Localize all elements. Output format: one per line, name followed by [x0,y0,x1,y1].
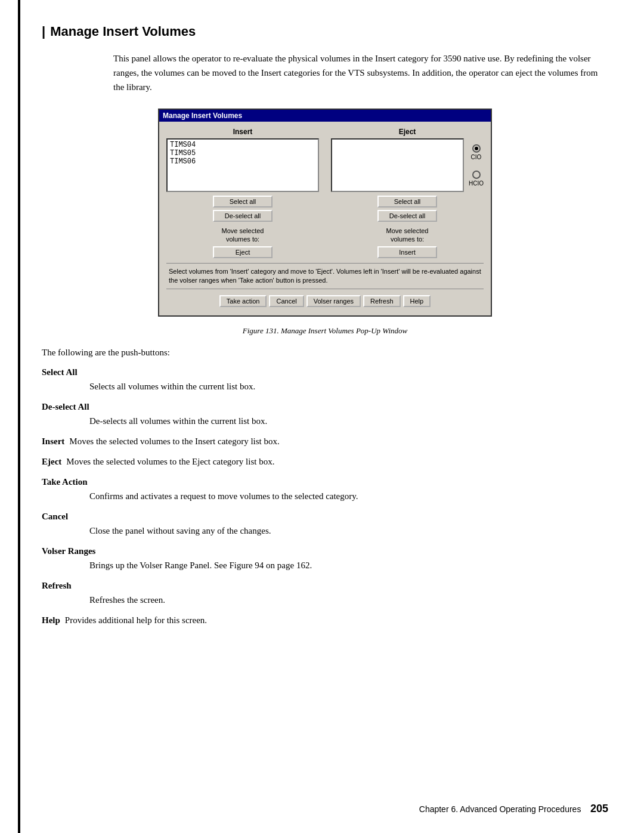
cancel-button[interactable]: Cancel [269,295,304,307]
desc-term-help: Help [42,613,60,627]
desc-intro: The following are the push-buttons: [42,348,608,358]
eject-select-all-button[interactable]: Select all [377,196,437,208]
desc-deselect-all: De-select All De-selects all volumes wit… [42,400,608,428]
refresh-button[interactable]: Refresh [363,295,401,307]
desc-body-eject: Moves the selected volumes to the Eject … [66,454,274,469]
dialog-info-text: Select volumes from 'Insert' category an… [166,263,484,290]
main-content: Manage Insert Volumes This panel allows … [36,0,644,833]
dialog-wrapper: Manage Insert Volumes Insert TIMS04 TIMS… [158,109,492,317]
insert-column: Insert TIMS04 TIMS05 TIMS06 Select all D… [166,128,319,258]
desc-select-all: Select All Selects all volumes within th… [42,365,608,394]
eject-move-label: Move selectedvolumes to: [386,227,429,244]
cio-radio-item[interactable]: CIO [469,144,484,160]
desc-term-volser-ranges: Volser Ranges [42,546,95,556]
eject-header: Eject [331,128,484,136]
figure-caption: Figure 131. Manage Insert Volumes Pop-Up… [42,326,608,336]
dialog-footer: Take action Cancel Volser ranges Refresh… [166,293,484,309]
desc-term-cancel: Cancel [42,512,68,521]
eject-move-button[interactable]: Eject [213,246,273,258]
desc-body-deselect-all: De-selects all volumes within the curren… [89,414,608,428]
eject-listbox-area [331,138,464,192]
desc-term-select-all: Select All [42,367,78,377]
desc-body-help: Provides additional help for this screen… [65,613,207,627]
hcio-label: HCIO [469,180,484,187]
change-bar-full [18,0,20,833]
volser-ranges-button[interactable]: Volser ranges [306,295,361,307]
section-title: Manage Insert Volumes [42,24,608,39]
desc-body-volser-ranges: Brings up the Volser Range Panel. See Fi… [89,558,608,572]
insert-listbox[interactable]: TIMS04 TIMS05 TIMS06 [166,138,319,192]
list-item[interactable]: TIMS04 [169,141,317,149]
desc-body-refresh: Refreshes the screen. [89,593,608,607]
hcio-radio-item[interactable]: HCIO [469,171,484,187]
insert-select-all-button[interactable]: Select all [213,196,273,208]
cio-label: CIO [471,154,482,160]
page-footer: Chapter 6. Advanced Operating Procedures… [419,803,608,815]
manage-insert-dialog: Manage Insert Volumes Insert TIMS04 TIMS… [158,109,492,317]
desc-volser-ranges: Volser Ranges Brings up the Volser Range… [42,544,608,572]
insert-deselect-all-button[interactable]: De-select all [213,210,273,222]
insert-move-button[interactable]: Insert [377,246,437,258]
desc-refresh: Refresh Refreshes the screen. [42,578,608,607]
take-action-button[interactable]: Take action [219,295,267,307]
desc-term-eject: Eject [42,454,61,469]
desc-cancel: Cancel Close the panel without saving an… [42,509,608,538]
desc-insert: Insert Moves the selected volumes to the… [42,434,608,448]
insert-move-label: Move selectedvolumes to: [222,227,264,244]
left-bar [0,0,36,833]
list-item[interactable]: TIMS06 [169,157,317,166]
dialog-titlebar: Manage Insert Volumes [159,110,491,122]
eject-column: Eject CIO [331,128,484,258]
desc-eject: Eject Moves the selected volumes to the … [42,454,608,469]
radio-area: CIO HCIO [469,138,484,192]
eject-listbox[interactable] [331,138,464,192]
page-container: Manage Insert Volumes This panel allows … [0,0,644,833]
desc-take-action: Take Action Confirms and activates a req… [42,475,608,503]
insert-col-buttons: Select all De-select all Move selectedvo… [166,196,319,258]
desc-term-take-action: Take Action [42,477,88,487]
desc-term-deselect-all: De-select All [42,402,89,411]
desc-body-take-action: Confirms and activates a request to move… [89,489,608,503]
desc-help: Help Provides additional help for this s… [42,613,608,627]
list-item[interactable]: TIMS05 [169,149,317,157]
hcio-radio-button[interactable] [472,171,481,179]
cio-radio-button[interactable] [472,144,481,153]
desc-body-cancel: Close the panel without saving any of th… [89,524,608,538]
insert-header: Insert [166,128,319,136]
eject-col-inner: CIO HCIO [331,138,484,192]
page-number: 205 [590,803,608,815]
eject-col-buttons: Select all De-select all Move selectedvo… [331,196,484,258]
desc-term-insert: Insert [42,434,64,448]
desc-term-refresh: Refresh [42,581,72,590]
help-button[interactable]: Help [403,295,431,307]
desc-body-insert: Moves the selected volumes to the Insert… [69,434,279,448]
chapter-footer-text: Chapter 6. Advanced Operating Procedures [419,804,581,814]
intro-paragraph: This panel allows the operator to re-eva… [113,51,608,94]
desc-body-select-all: Selects all volumes within the current l… [89,379,608,394]
dialog-body: Insert TIMS04 TIMS05 TIMS06 Select all D… [159,122,491,315]
eject-deselect-all-button[interactable]: De-select all [377,210,437,222]
dialog-title-text: Manage Insert Volumes [163,112,242,120]
title-text: Manage Insert Volumes [50,24,196,39]
dialog-columns: Insert TIMS04 TIMS05 TIMS06 Select all D… [166,128,484,258]
